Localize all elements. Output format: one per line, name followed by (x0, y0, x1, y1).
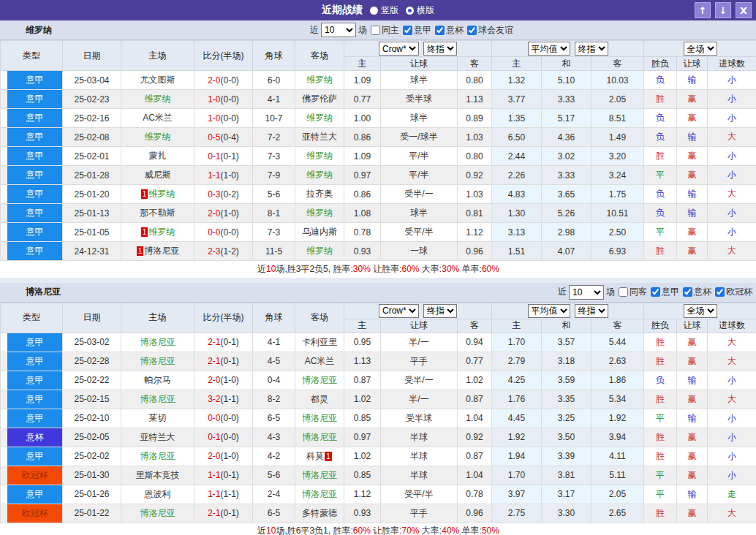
handicap-result-cell: 输 (677, 71, 708, 90)
checkbox-意杯[interactable] (435, 26, 445, 35)
checkbox-球会友谊[interactable] (467, 26, 477, 35)
move-down-button[interactable]: ↓ (715, 2, 731, 18)
full-time-score: 0-0 (208, 413, 220, 423)
avg-home-cell: 1.76 (492, 390, 542, 409)
league-badge: 意杯 (7, 428, 62, 447)
checkbox-同客[interactable] (619, 287, 628, 297)
radio-vertical-icon[interactable] (370, 7, 378, 15)
filter-checkbox-欧冠杯[interactable]: 欧冠杯 (714, 286, 752, 298)
checkbox-欧冠杯[interactable] (715, 287, 725, 297)
home-odds-cell: 0.93 (344, 242, 381, 261)
result-cell: 胜 (644, 447, 677, 466)
avg-draw-cell: 5.17 (542, 109, 591, 128)
bookmaker-select[interactable]: Crow* (379, 304, 419, 318)
avg-home-cell: 2.79 (492, 352, 542, 371)
league-badge: 意甲 (7, 166, 62, 184)
matches-count-select[interactable]: 10 (321, 23, 356, 37)
final-index-select[interactable]: 终指 (423, 304, 457, 318)
red-card-badge: 1 (137, 246, 144, 256)
handicap-result-cell: 赢 (677, 90, 708, 109)
away-odds-cell: 1.13 (458, 90, 492, 109)
layout-option-horizontal[interactable]: 横版 (417, 4, 434, 17)
handicap-result-cell: 赢 (677, 333, 708, 352)
handicap-cell: 受半/一 (381, 185, 458, 204)
half-time-score: (0-2) (221, 189, 239, 200)
filter-checkbox-同客[interactable]: 同客 (617, 286, 647, 298)
filter-controls: 近10场同主意甲意杯球会友谊 (310, 23, 513, 37)
date-cell: 25-01-05 (63, 223, 121, 242)
league-type-cell: 意甲 (1, 109, 63, 128)
radio-horizontal-selected-icon[interactable] (406, 7, 414, 15)
avg-away-cell: 5.11 (591, 466, 644, 485)
table-row: 意甲25-02-08维罗纳0-5(0-4)7-2亚特兰大0.86受一/球半1.0… (1, 128, 756, 147)
filter-checkbox-意杯[interactable]: 意杯 (434, 24, 464, 37)
layout-option-vertical[interactable]: 竖版 (381, 4, 398, 17)
away-odds-cell: 1.03 (458, 128, 492, 147)
checkbox-意甲[interactable] (651, 287, 660, 297)
average-select[interactable]: 平均值 (528, 42, 570, 56)
handicap-cell: 受半球 (381, 90, 458, 109)
handicap-result-cell-value: 输 (688, 208, 697, 218)
result-cell: 平 (644, 223, 677, 242)
away-team-name: 都灵 (311, 394, 328, 404)
column-header-4: 角球 (253, 303, 295, 333)
average-select[interactable]: 平均值 (528, 304, 570, 318)
corner-cell: 8-1 (253, 204, 295, 223)
home-team-name: 那不勒斯 (140, 208, 175, 218)
date-cell: 25-02-10 (63, 409, 121, 428)
full-time-score: 1-0 (208, 94, 220, 105)
handicap-result-cell-value: 赢 (688, 227, 697, 237)
final-index-select[interactable]: 终指 (423, 42, 457, 56)
away-team-name: 维罗纳 (306, 113, 333, 123)
away-odds-cell: 1.02 (458, 371, 492, 390)
handicap-result-cell-value: 赢 (688, 432, 697, 442)
corner-cell: 6-5 (253, 409, 295, 428)
filter-checkbox-意杯[interactable]: 意杯 (681, 286, 711, 298)
half-time-score: (0-1) (221, 356, 239, 366)
handicap-cell: 半球 (381, 466, 458, 485)
goals-result-cell-value: 大 (727, 132, 736, 142)
checkbox-意杯[interactable] (683, 287, 692, 297)
away-team-name: 维罗纳 (306, 151, 333, 161)
home-team-cell: 帕尔马 (121, 371, 194, 390)
filter-checkbox-意甲[interactable]: 意甲 (401, 24, 431, 37)
avg-home-cell: 1.70 (492, 466, 542, 485)
filter-checkbox-球会友谊[interactable]: 球会友谊 (466, 24, 513, 37)
close-button[interactable]: X (736, 2, 752, 18)
home-team-name: 尤文图斯 (140, 75, 175, 85)
result-cell-value: 胜 (656, 94, 665, 104)
matches-count-select[interactable]: 10 (569, 285, 604, 300)
red-card-badge: 1 (141, 189, 148, 199)
filter-checkbox-意甲[interactable]: 意甲 (649, 286, 679, 298)
score-cell: 2-0(1-0) (194, 371, 253, 390)
home-team-name: 恩波利 (145, 489, 171, 499)
away-team-cell: 维罗纳 (295, 242, 344, 261)
score-cell: 1-0(0-0) (194, 109, 253, 128)
bookmaker-select[interactable]: Crow* (379, 42, 419, 56)
final-index-select-2[interactable]: 终指 (575, 304, 608, 318)
scope-select[interactable]: 全场 (684, 304, 717, 318)
final-index-select-2[interactable]: 终指 (575, 42, 608, 56)
result-cell: 胜 (644, 333, 677, 352)
goals-result-cell-value: 大 (727, 508, 736, 518)
away-team-name: 拉齐奥 (306, 189, 333, 199)
scope-select[interactable]: 全场 (684, 42, 717, 56)
handicap-result-cell: 输 (677, 204, 708, 223)
half-time-score: (1-1) (221, 394, 239, 404)
column-header-0: 类型 (1, 303, 63, 333)
corner-cell: 7-9 (253, 166, 295, 185)
avg-away-cell: 3.94 (591, 428, 644, 447)
half-time-score: (0-1) (221, 508, 239, 518)
away-odds-cell: 0.92 (458, 166, 492, 185)
filter-checkbox-同主[interactable]: 同主 (369, 24, 399, 37)
checkbox-意甲[interactable] (403, 26, 412, 35)
average-odds-group: 平均值终指 (492, 303, 644, 319)
checkbox-同主[interactable] (371, 26, 380, 35)
home-team-name: 博洛尼亚 (140, 394, 175, 404)
full-time-score: 2-1 (208, 508, 220, 518)
titlebar-buttons: ↑ ↓ X (695, 2, 752, 18)
corner-cell: 5-6 (253, 466, 295, 485)
home-team-name: 维罗纳 (148, 189, 175, 199)
summary-text: 60% (353, 525, 371, 535)
move-up-button[interactable]: ↑ (695, 2, 711, 18)
